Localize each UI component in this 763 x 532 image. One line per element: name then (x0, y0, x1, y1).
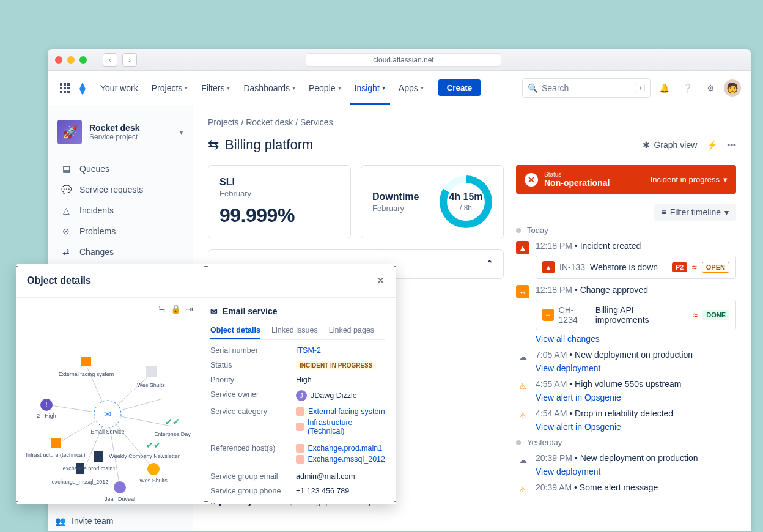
project-switcher[interactable]: 🚀 Rocket desk Service project ▾ (53, 115, 188, 149)
nav-apps[interactable]: Apps▾ (394, 79, 429, 97)
chevron-down-icon: ▾ (185, 84, 188, 91)
status-banner[interactable]: ✕ Status Non-operational Incident in pro… (516, 165, 736, 194)
settings-icon[interactable]: ⚙ (701, 78, 720, 98)
breadcrumb[interactable]: Projects / Rocket desk / Services (208, 117, 736, 127)
nav-label: People (309, 83, 336, 93)
field-label: Serial number (210, 346, 290, 355)
search-icon: 🔍 (528, 83, 538, 93)
search-input[interactable]: 🔍 Search / (522, 78, 651, 98)
tag-icon (296, 455, 304, 464)
cloud-up-icon: ☁︎ (516, 453, 529, 467)
svg-text:Wes Shults: Wes Shults (137, 382, 165, 388)
svg-text:Wes Shults: Wes Shults (139, 478, 168, 484)
window-maximize-icon[interactable] (79, 56, 87, 64)
sidebar-item-queues[interactable]: ▤Queues (53, 159, 188, 179)
page-title: ⇆ Billing platform (208, 137, 313, 153)
app-switcher-icon[interactable] (57, 81, 72, 95)
field-label: Service category (210, 407, 290, 438)
url-bar[interactable]: cloud.atlassian.net (306, 53, 501, 67)
nav-projects[interactable]: Projects▾ (147, 79, 193, 97)
sidebar-item-incidents[interactable]: △Incidents (53, 201, 188, 220)
view-all-changes-link[interactable]: View all changes (536, 334, 600, 344)
window-close-icon[interactable] (55, 56, 62, 64)
nav-your-work[interactable]: Your work (95, 79, 143, 97)
filter-timeline-button[interactable]: ≡ Filter timeline ▾ (654, 204, 736, 221)
incident-card[interactable]: ▲ IN-133 Webstore is down P2 ≈ OPEN (536, 256, 736, 279)
selection-handle[interactable] (16, 382, 18, 386)
tab-linked-pages[interactable]: Linked pages (329, 322, 374, 339)
view-deployment-link[interactable]: View deployment (536, 467, 600, 476)
nav-insight[interactable]: Insight▾ (350, 72, 390, 105)
timeline-title: Some alert message (580, 482, 658, 492)
sidebar-item-problems[interactable]: ⊘Problems (53, 221, 188, 241)
category-chip[interactable]: Infrastructure (Technical) (296, 418, 385, 435)
svg-text:Weekly Company Newsletter: Weekly Company Newsletter (109, 453, 179, 459)
status-badge: DONE (702, 310, 729, 320)
selection-handle[interactable] (204, 264, 208, 267)
crumb-project[interactable]: Rocket desk (246, 117, 293, 127)
nav-back-button[interactable]: ‹ (103, 53, 117, 67)
service-phone: +1 123 456 789 (296, 487, 385, 495)
user-avatar[interactable]: 🧑 (724, 79, 741, 97)
invite-team-button[interactable]: 👥 Invite team (48, 511, 193, 531)
change-card[interactable]: ↔ CH-1234 Billing API improvements ≈ DON… (536, 300, 736, 330)
selection-handle[interactable] (394, 264, 396, 267)
create-button[interactable]: Create (438, 79, 481, 96)
svg-rect-19 (51, 438, 61, 448)
export-icon[interactable]: ⇥ (186, 304, 193, 314)
selection-handle[interactable] (16, 264, 18, 267)
selection-handle[interactable] (16, 501, 18, 504)
field-label: Service group email (210, 472, 290, 481)
filter-icon: ≡ (662, 207, 666, 217)
crumb-projects[interactable]: Projects (208, 117, 239, 127)
category-chip[interactable]: External facing system (296, 407, 385, 416)
nav-forward-button[interactable]: › (122, 53, 137, 67)
window-minimize-icon[interactable] (67, 56, 75, 64)
host-chip[interactable]: Exchange.prod.main1 (296, 444, 385, 453)
sidebar-item-label: Queues (79, 164, 109, 174)
view-deployment-link[interactable]: View deployment (536, 363, 600, 373)
nav-dashboards[interactable]: Dashboards▾ (238, 79, 300, 97)
tab-object-details[interactable]: Object details (210, 322, 260, 339)
sliders-icon[interactable]: ≒ (158, 304, 166, 314)
serial-number-link[interactable]: ITSM-2 (296, 346, 321, 355)
detail-tabs: Object details Linked issues Linked page… (210, 322, 385, 340)
host-chip[interactable]: Exchange.mssql_2012 (296, 455, 385, 464)
search-placeholder: Search (542, 83, 632, 93)
share-nodes-icon: ⇆ (208, 137, 219, 153)
sidebar-item-label: Changes (79, 247, 114, 257)
object-graph[interactable]: ≒ 🔒 ⇥ (16, 298, 199, 504)
object-details-popup: Object details ✕ ≒ 🔒 ⇥ (16, 264, 396, 504)
svg-text:Jean Duveal: Jean Duveal (105, 496, 135, 502)
close-icon[interactable]: ✕ (376, 274, 385, 287)
view-alert-link[interactable]: View alert in Opsgenie (536, 393, 621, 402)
tab-linked-issues[interactable]: Linked issues (271, 322, 318, 339)
view-alert-link[interactable]: View alert in Opsgenie (536, 422, 621, 432)
nav-people[interactable]: People▾ (304, 79, 346, 97)
selection-handle[interactable] (394, 382, 396, 386)
crumb-section[interactable]: Services (300, 117, 333, 127)
timeline-item: ⚠︎ 4:54 AM • Drop in reliability detecte… (516, 408, 736, 432)
project-type: Service project (89, 133, 139, 141)
sidebar-item-service-requests[interactable]: 💬Service requests (53, 180, 188, 199)
sidebar-item-changes[interactable]: ⇄Changes (53, 242, 188, 262)
selection-handle[interactable] (204, 501, 208, 504)
lock-icon[interactable]: 🔒 (171, 304, 181, 314)
service-owner-link[interactable]: JJDawg Dizzle (296, 390, 385, 401)
help-icon[interactable]: ❔ (677, 78, 697, 98)
avatar-icon: J (296, 390, 307, 401)
timeline-title: Change approved (580, 285, 648, 295)
product-logo-icon[interactable]: ⧫ (79, 81, 86, 95)
automation-icon[interactable]: ⚡ (707, 140, 717, 150)
field-label: Service group phone (210, 487, 290, 495)
nav-filters[interactable]: Filters▾ (196, 79, 235, 97)
graph-view-button[interactable]: ✱Graph view (643, 140, 697, 150)
field-label: Status (210, 361, 290, 369)
notifications-icon[interactable]: 🔔 (654, 78, 674, 98)
chat-icon: 💬 (60, 185, 72, 194)
chevron-down-icon: ▾ (382, 84, 385, 91)
more-actions-icon[interactable]: ••• (727, 140, 736, 150)
filter-timeline-label: Filter timeline (670, 207, 721, 217)
timeline-time: 20:39 PM (536, 453, 572, 463)
tag-icon (296, 423, 304, 431)
